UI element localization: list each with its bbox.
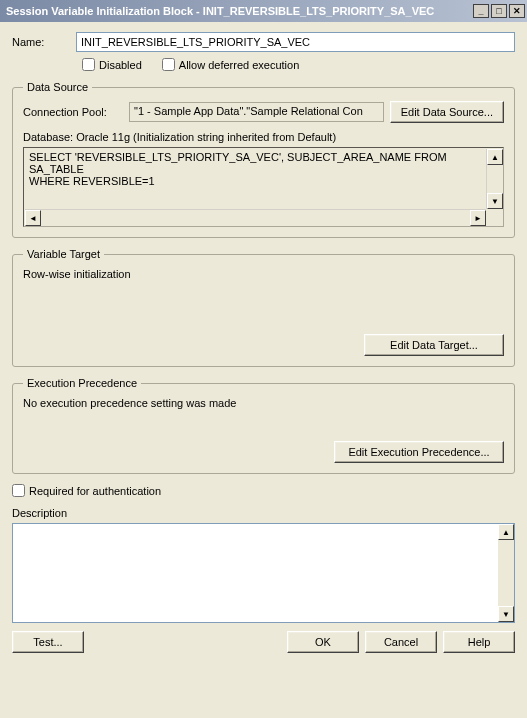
data-source-legend: Data Source <box>23 81 92 93</box>
scroll-corner <box>486 209 502 225</box>
database-label: Database: Oracle 11g (Initialization str… <box>23 131 504 143</box>
name-label: Name: <box>12 36 76 48</box>
disabled-checkbox-wrap[interactable]: Disabled <box>82 58 142 71</box>
execution-precedence-legend: Execution Precedence <box>23 377 141 389</box>
data-source-group: Data Source Connection Pool: "1 - Sample… <box>12 81 515 238</box>
description-label: Description <box>12 507 515 519</box>
disabled-checkbox[interactable] <box>82 58 95 71</box>
sql-text[interactable]: SELECT 'REVERSIBLE_LTS_PRIORITY_SA_VEC',… <box>25 149 486 209</box>
deferred-label: Allow deferred execution <box>179 59 299 71</box>
variable-target-body: Row-wise initialization <box>23 268 504 328</box>
description-textarea[interactable]: ▲ ▼ <box>12 523 515 623</box>
scroll-right-icon[interactable]: ► <box>470 210 486 226</box>
test-button[interactable]: Test... <box>12 631 84 653</box>
desc-scroll-down-icon[interactable]: ▼ <box>498 606 514 622</box>
variable-target-legend: Variable Target <box>23 248 104 260</box>
edit-execution-precedence-button[interactable]: Edit Execution Precedence... <box>334 441 504 463</box>
deferred-checkbox[interactable] <box>162 58 175 71</box>
name-input[interactable] <box>76 32 515 52</box>
help-button[interactable]: Help <box>443 631 515 653</box>
required-auth-label: Required for authentication <box>29 485 161 497</box>
edit-data-target-button[interactable]: Edit Data Target... <box>364 334 504 356</box>
maximize-button[interactable]: □ <box>491 4 507 18</box>
titlebar: Session Variable Initialization Block - … <box>0 0 527 22</box>
minimize-button[interactable]: _ <box>473 4 489 18</box>
disabled-label: Disabled <box>99 59 142 71</box>
close-button[interactable]: ✕ <box>509 4 525 18</box>
cancel-button[interactable]: Cancel <box>365 631 437 653</box>
required-auth-wrap[interactable]: Required for authentication <box>12 484 515 497</box>
connection-pool-label: Connection Pool: <box>23 106 123 118</box>
required-auth-checkbox[interactable] <box>12 484 25 497</box>
desc-scroll-up-icon[interactable]: ▲ <box>498 524 514 540</box>
ok-button[interactable]: OK <box>287 631 359 653</box>
deferred-checkbox-wrap[interactable]: Allow deferred execution <box>162 58 299 71</box>
execution-precedence-group: Execution Precedence No execution preced… <box>12 377 515 474</box>
variable-target-group: Variable Target Row-wise initialization … <box>12 248 515 367</box>
execution-precedence-body: No execution precedence setting was made <box>23 397 504 435</box>
scroll-down-icon[interactable]: ▼ <box>487 193 503 209</box>
edit-data-source-button[interactable]: Edit Data Source... <box>390 101 504 123</box>
description-vscroll[interactable]: ▲ ▼ <box>498 524 514 622</box>
sql-hscroll[interactable]: ◄ ► <box>25 209 486 225</box>
connection-pool-field: "1 - Sample App Data"."Sample Relational… <box>129 102 384 122</box>
sql-area: SELECT 'REVERSIBLE_LTS_PRIORITY_SA_VEC',… <box>23 147 504 227</box>
scroll-up-icon[interactable]: ▲ <box>487 149 503 165</box>
scroll-left-icon[interactable]: ◄ <box>25 210 41 226</box>
window-title: Session Variable Initialization Block - … <box>6 5 471 17</box>
dialog-content: Name: Disabled Allow deferred execution … <box>0 22 527 661</box>
sql-vscroll[interactable]: ▲ ▼ <box>486 149 502 209</box>
